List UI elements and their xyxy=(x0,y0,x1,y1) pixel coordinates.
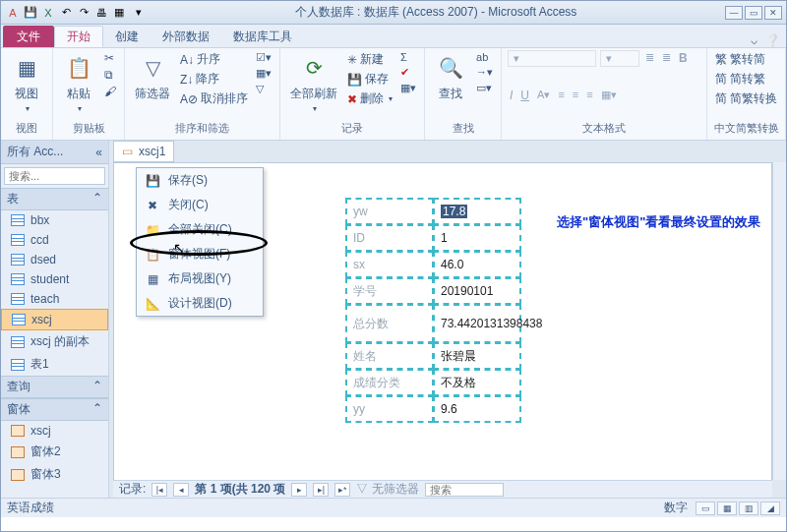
context-menu-item[interactable]: ▦布局视图(Y) xyxy=(137,266,263,291)
form-view-button[interactable]: ▭ xyxy=(696,502,715,515)
new-record-button[interactable]: ✳新建 xyxy=(345,50,394,69)
nav-table-item[interactable]: 表1 xyxy=(1,353,108,376)
more-records-button[interactable]: ▦▾ xyxy=(398,81,418,95)
tab-home[interactable]: 开始 xyxy=(54,26,103,47)
last-record-button[interactable]: ▸| xyxy=(313,483,329,497)
align-left-button[interactable]: ≡ xyxy=(556,88,566,101)
spelling-button[interactable]: ✔ xyxy=(398,65,418,80)
refresh-all-button[interactable]: ⟳ 全部刷新 ▾ xyxy=(286,50,341,115)
field-label[interactable]: yy xyxy=(345,395,434,423)
help-icon[interactable]: ❔ xyxy=(765,33,780,47)
nav-table-item[interactable]: dsed xyxy=(1,250,108,269)
undo-icon[interactable]: ↶ xyxy=(58,5,74,21)
ribbon-collapse-icon[interactable]: ⌵ xyxy=(751,33,757,47)
nav-form-item[interactable]: 窗体3 xyxy=(1,463,108,486)
field-label[interactable]: ID xyxy=(345,224,434,252)
record-search-input[interactable] xyxy=(425,483,504,497)
nav-table-item[interactable]: bbx xyxy=(1,210,108,230)
field-label[interactable]: 学号 xyxy=(345,277,434,305)
field-value[interactable]: 17.8 xyxy=(433,198,521,225)
tab-external-data[interactable]: 外部数据 xyxy=(151,26,221,47)
save-icon[interactable]: 💾 xyxy=(23,5,38,21)
print-icon[interactable]: 🖶 xyxy=(93,5,109,21)
font-family[interactable]: ▾ xyxy=(508,50,596,67)
copy-button[interactable]: ⧉ xyxy=(102,67,118,83)
design-canvas[interactable]: 💾保存(S)✖关闭(C)📁全部关闭(C)📋窗体视图(F)▦布局视图(Y)📐设计视… xyxy=(113,162,772,498)
fill-color-button[interactable]: ▦▾ xyxy=(599,88,619,102)
nav-category-tables[interactable]: 表⌃ xyxy=(1,188,108,210)
replace-button[interactable]: ab xyxy=(474,50,495,64)
nav-header[interactable]: 所有 Acc... « xyxy=(1,141,108,164)
field-value[interactable]: 9.6 xyxy=(433,395,521,423)
simp-to-trad-button[interactable]: 简简转繁 xyxy=(713,70,779,89)
datasheet-view-button[interactable]: ▦ xyxy=(717,502,737,515)
design-view-button[interactable]: ◢ xyxy=(760,502,780,515)
field-label[interactable]: sx xyxy=(345,251,434,278)
selection-filter-button[interactable]: ☑▾ xyxy=(254,50,273,65)
align-right-button[interactable]: ≡ xyxy=(584,88,594,101)
format-painter-button[interactable]: 🖌 xyxy=(102,84,118,99)
chinese-convert-button[interactable]: 简简繁转换 xyxy=(713,89,779,108)
field-value[interactable]: 20190101 xyxy=(433,277,521,305)
close-button[interactable]: ✕ xyxy=(764,6,782,20)
context-menu-item[interactable]: 📋窗体视图(F) xyxy=(137,242,263,266)
no-filter-label[interactable]: ▽ 无筛选器 xyxy=(356,481,418,498)
nav-table-item[interactable]: xscj 的副本 xyxy=(1,330,108,353)
find-button[interactable]: 🔍 查找 xyxy=(431,50,470,104)
redo-icon[interactable]: ↷ xyxy=(76,5,91,21)
field-label[interactable]: 姓名 xyxy=(345,342,434,370)
advanced-filter-button[interactable]: ▦▾ xyxy=(254,66,273,81)
nav-table-item[interactable]: student xyxy=(1,269,108,289)
field-value[interactable]: 不及格 xyxy=(433,369,521,396)
delete-record-button[interactable]: ✖删除▾ xyxy=(345,89,394,108)
first-record-button[interactable]: |◂ xyxy=(151,483,167,497)
context-menu-item[interactable]: 📁全部关闭(C) xyxy=(137,217,263,242)
cut-button[interactable]: ✂ xyxy=(102,50,118,66)
bullets-button[interactable]: ≣ xyxy=(643,50,656,65)
field-value[interactable]: 73.4420131398438 xyxy=(433,304,521,343)
nav-category-forms[interactable]: 窗体⌃ xyxy=(1,398,108,421)
toggle-filter-button[interactable]: ▽ xyxy=(254,82,273,96)
context-menu-item[interactable]: ✖关闭(C) xyxy=(137,193,263,217)
new-record-nav-button[interactable]: ▸* xyxy=(334,483,350,497)
field-value[interactable]: 张碧晨 xyxy=(433,342,521,370)
layout-view-button[interactable]: ▥ xyxy=(739,502,758,515)
maximize-button[interactable]: ▭ xyxy=(745,6,762,20)
datasheet-icon[interactable]: ▦ xyxy=(111,5,127,21)
context-menu-item[interactable]: 📐设计视图(D) xyxy=(137,291,263,316)
prev-record-button[interactable]: ◂ xyxy=(173,483,189,497)
context-menu-item[interactable]: 💾保存(S) xyxy=(137,168,263,193)
tab-create[interactable]: 创建 xyxy=(103,26,151,47)
vertical-scrollbar[interactable] xyxy=(772,162,786,480)
field-value[interactable]: 46.0 xyxy=(433,251,521,278)
save-record-button[interactable]: 💾保存 xyxy=(345,70,394,89)
underline-button[interactable]: U xyxy=(518,88,531,103)
nav-table-item[interactable]: ccd xyxy=(1,230,108,250)
tab-database-tools[interactable]: 数据库工具 xyxy=(221,26,304,47)
numbering-button[interactable]: ≣ xyxy=(660,50,673,65)
nav-collapse-icon[interactable]: « xyxy=(95,146,102,159)
font-color-button[interactable]: A▾ xyxy=(535,88,552,102)
align-center-button[interactable]: ≡ xyxy=(571,88,580,101)
nav-category-queries[interactable]: 查询⌃ xyxy=(1,376,108,398)
next-record-button[interactable]: ▸ xyxy=(291,483,307,497)
bold-button[interactable]: B xyxy=(677,50,690,66)
minimize-button[interactable]: — xyxy=(725,6,743,20)
goto-button[interactable]: →▾ xyxy=(474,65,495,80)
document-tab[interactable]: ▭ xscj1 xyxy=(113,141,174,162)
nav-form-item[interactable]: 窗体2 xyxy=(1,441,108,463)
field-label[interactable]: 总分数 xyxy=(345,304,434,343)
font-size[interactable]: ▾ xyxy=(600,50,639,67)
paste-button[interactable]: 📋 粘贴 ▾ xyxy=(59,50,98,115)
clear-sort-button[interactable]: A⊘取消排序 xyxy=(178,89,250,108)
totals-button[interactable]: Σ xyxy=(398,50,418,64)
filter-button[interactable]: ▽ 筛选器 xyxy=(131,50,174,104)
view-button[interactable]: ▦ 视图 ▾ xyxy=(7,50,46,115)
file-tab[interactable]: 文件 xyxy=(3,26,54,47)
nav-form-item[interactable]: xscj xyxy=(1,421,108,441)
trad-to-simp-button[interactable]: 繁繁转简 xyxy=(713,50,779,69)
field-label[interactable]: 成绩分类 xyxy=(345,369,434,396)
nav-search-input[interactable] xyxy=(4,167,105,185)
export-excel-icon[interactable]: X xyxy=(40,5,56,21)
field-value[interactable]: 1 xyxy=(433,224,521,252)
